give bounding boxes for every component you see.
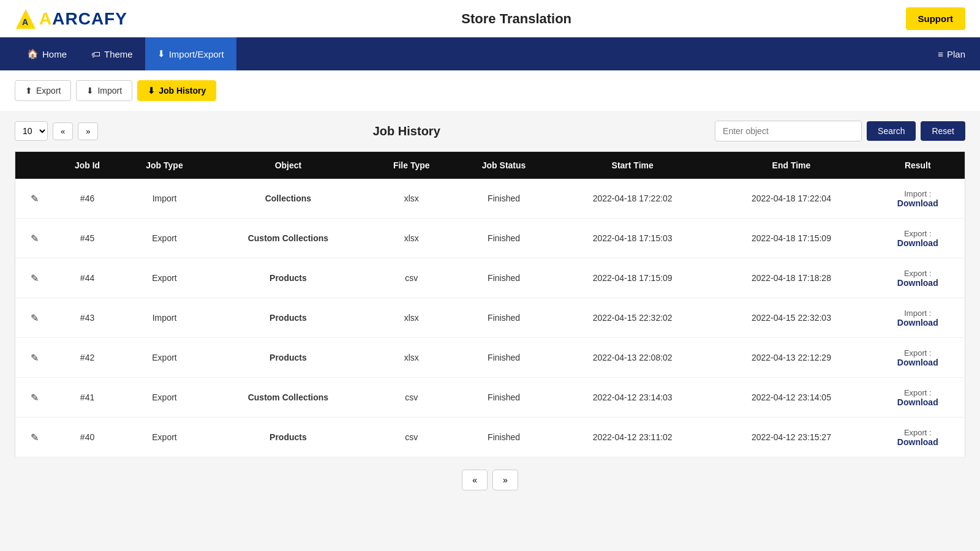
result-type: Export : <box>904 269 932 278</box>
result-type: Import : <box>904 309 931 318</box>
reset-button[interactable]: Reset <box>921 121 965 141</box>
edit-icon[interactable]: ✎ <box>31 273 39 283</box>
col-file-type: File Type <box>368 152 454 179</box>
page-size-select[interactable]: 10 20 50 <box>15 121 48 141</box>
prev-page-button[interactable]: « <box>53 122 73 140</box>
download-link[interactable]: Download <box>878 397 957 407</box>
result-type: Import : <box>904 189 931 198</box>
nav-home-label: Home <box>42 49 67 59</box>
search-input[interactable] <box>715 121 862 141</box>
row-job-id: #42 <box>54 338 121 378</box>
row-job-type: Export <box>121 219 208 258</box>
row-end-time: 2022-04-18 17:15:09 <box>712 219 870 258</box>
toolbar-left: 10 20 50 « » <box>15 121 98 141</box>
download-link[interactable]: Download <box>878 198 957 208</box>
row-result: Export : Download <box>871 219 965 258</box>
brand-letter-a: A <box>39 9 52 28</box>
edit-icon[interactable]: ✎ <box>31 193 39 204</box>
table-row: ✎ #45 Export Custom Collections xlsx Fin… <box>15 219 965 258</box>
row-end-time: 2022-04-13 22:12:29 <box>712 338 870 378</box>
next-page-button[interactable]: » <box>78 122 98 140</box>
col-object: Object <box>208 152 369 179</box>
sub-nav: ⬆ Export ⬇ Import ⬇ Job History <box>0 70 980 111</box>
row-job-status: Finished <box>454 219 553 258</box>
result-type: Export : <box>904 348 932 358</box>
row-object: Collections <box>208 179 369 219</box>
result-type: Export : <box>904 388 932 397</box>
nav-item-theme[interactable]: 🏷 Theme <box>79 38 145 70</box>
nav-item-home[interactable]: 🏠 Home <box>15 37 79 70</box>
edit-icon[interactable]: ✎ <box>31 233 39 244</box>
sub-nav-import[interactable]: ⬇ Import <box>76 80 132 101</box>
edit-icon[interactable]: ✎ <box>31 353 39 363</box>
row-start-time: 2022-04-18 17:15:09 <box>553 258 712 298</box>
list-icon: ≡ <box>938 49 943 59</box>
row-end-time: 2022-04-12 23:14:05 <box>712 378 870 418</box>
row-object: Custom Collections <box>208 378 369 418</box>
nav-plan[interactable]: ≡ Plan <box>938 38 965 70</box>
download-link[interactable]: Download <box>878 358 957 367</box>
row-object: Products <box>208 258 369 298</box>
row-edit-icon[interactable]: ✎ <box>15 418 54 457</box>
brand-name-rest: ARCAFY <box>52 9 127 28</box>
col-job-type: Job Type <box>121 152 208 179</box>
sub-nav-export[interactable]: ⬆ Export <box>15 80 71 101</box>
export-icon: ⬆ <box>25 86 32 96</box>
sub-nav-import-label: Import <box>97 86 122 96</box>
download-link[interactable]: Download <box>878 318 957 328</box>
row-job-status: Finished <box>454 179 553 219</box>
row-job-status: Finished <box>454 338 553 378</box>
result-type: Export : <box>904 229 932 238</box>
download-link[interactable]: Download <box>878 238 957 248</box>
support-button[interactable]: Support <box>906 7 966 30</box>
row-edit-icon[interactable]: ✎ <box>15 219 54 258</box>
edit-icon[interactable]: ✎ <box>31 432 39 443</box>
row-job-id: #44 <box>54 258 121 298</box>
row-edit-icon[interactable]: ✎ <box>15 298 54 338</box>
edit-icon[interactable]: ✎ <box>31 392 39 403</box>
pagination-bottom: « » <box>15 470 965 503</box>
download-link[interactable]: Download <box>878 437 957 447</box>
row-edit-icon[interactable]: ✎ <box>15 179 54 219</box>
search-button[interactable]: Search <box>867 121 916 141</box>
top-header: A AARCAFY Store Translation Support <box>0 0 980 37</box>
toolbar-right: Search Reset <box>715 121 965 141</box>
nav-item-import-export[interactable]: ⬇ Import/Export <box>145 37 236 70</box>
row-edit-icon[interactable]: ✎ <box>15 338 54 378</box>
row-result: Export : Download <box>871 338 965 378</box>
logo-icon: A <box>15 8 37 30</box>
row-edit-icon[interactable]: ✎ <box>15 378 54 418</box>
sub-nav-job-history[interactable]: ⬇ Job History <box>137 80 216 101</box>
table-body: ✎ #46 Import Collections xlsx Finished 2… <box>15 179 965 457</box>
row-object: Products <box>208 418 369 457</box>
bottom-prev-button[interactable]: « <box>462 470 488 490</box>
row-job-status: Finished <box>454 418 553 457</box>
table-row: ✎ #46 Import Collections xlsx Finished 2… <box>15 179 965 219</box>
table-row: ✎ #44 Export Products csv Finished 2022-… <box>15 258 965 298</box>
row-edit-icon[interactable]: ✎ <box>15 258 54 298</box>
col-result: Result <box>871 152 965 179</box>
tag-icon: 🏷 <box>91 49 100 59</box>
nav-theme-label: Theme <box>104 49 133 59</box>
row-start-time: 2022-04-15 22:32:02 <box>553 298 712 338</box>
row-result: Import : Download <box>871 179 965 219</box>
bottom-next-button[interactable]: » <box>492 470 518 490</box>
row-job-type: Export <box>121 418 208 457</box>
table-header: Job Id Job Type Object File Type Job Sta… <box>15 152 965 179</box>
edit-icon[interactable]: ✎ <box>31 313 39 323</box>
col-job-status: Job Status <box>454 152 553 179</box>
row-end-time: 2022-04-15 22:32:03 <box>712 298 870 338</box>
col-action <box>15 152 54 179</box>
row-result: Export : Download <box>871 418 965 457</box>
nav-import-export-label: Import/Export <box>169 49 224 59</box>
row-file-type: xlsx <box>368 298 454 338</box>
page-title: Store Translation <box>461 11 571 27</box>
download-link[interactable]: Download <box>878 278 957 288</box>
table-row: ✎ #43 Import Products xlsx Finished 2022… <box>15 298 965 338</box>
plan-label: Plan <box>947 49 965 59</box>
row-job-id: #45 <box>54 219 121 258</box>
row-end-time: 2022-04-12 23:15:27 <box>712 418 870 457</box>
svg-text:A: A <box>22 17 28 27</box>
job-history-table: Job Id Job Type Object File Type Job Sta… <box>15 151 965 457</box>
row-start-time: 2022-04-18 17:15:03 <box>553 219 712 258</box>
